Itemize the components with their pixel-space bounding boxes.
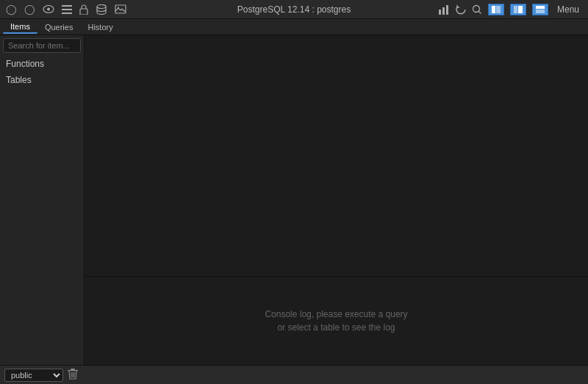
svg-rect-2 <box>62 5 72 7</box>
layout-btn-left[interactable] <box>488 4 504 15</box>
svg-rect-13 <box>492 6 495 13</box>
svg-point-12 <box>473 5 479 12</box>
content-area: Console log, please execute a query or s… <box>85 35 588 365</box>
tab-history[interactable]: History <box>80 21 120 33</box>
refresh-icon[interactable] <box>456 4 466 15</box>
back-icon[interactable]: ◯ <box>6 4 17 15</box>
main-layout: Functions Tables Console log, please exe… <box>0 35 588 365</box>
svg-rect-4 <box>62 12 72 14</box>
svg-rect-3 <box>62 9 72 10</box>
svg-rect-20 <box>71 369 75 370</box>
schema-select[interactable]: public pg_catalog information_schema <box>4 369 63 382</box>
svg-point-6 <box>97 4 106 8</box>
svg-rect-9 <box>439 10 441 15</box>
svg-rect-5 <box>80 9 87 15</box>
toolbar: ◯ ◯ PostgreSQL 12.14 : postgres <box>0 0 588 19</box>
svg-rect-18 <box>536 10 545 13</box>
console-line1: Console log, please execute a query <box>265 309 407 319</box>
forward-icon[interactable]: ◯ <box>24 4 35 15</box>
image-icon[interactable] <box>115 4 126 14</box>
lock-icon[interactable] <box>79 4 88 15</box>
db-icon[interactable] <box>96 4 107 15</box>
console-line2: or select a table to see the log <box>277 322 395 333</box>
search-input[interactable] <box>3 38 81 53</box>
toolbar-left: ◯ ◯ <box>6 4 126 15</box>
layout-btn-right[interactable] <box>532 4 548 15</box>
trash-icon[interactable] <box>68 368 78 382</box>
tab-items[interactable]: Items <box>3 21 37 34</box>
sidebar: Functions Tables <box>0 35 85 365</box>
svg-rect-16 <box>518 6 523 13</box>
sidebar-item-tables[interactable]: Tables <box>0 72 84 88</box>
layout-btn-mid[interactable] <box>510 4 526 15</box>
toolbar-title: PostgreSQL 12.14 : postgres <box>237 4 351 15</box>
svg-point-1 <box>47 8 50 11</box>
tab-bar: Items Queries History <box>0 19 588 35</box>
eye-icon[interactable] <box>43 5 54 13</box>
console-area: Console log, please execute a query or s… <box>85 277 588 365</box>
list-icon[interactable] <box>62 5 72 14</box>
search-icon[interactable] <box>472 4 482 15</box>
query-editor[interactable] <box>85 35 588 277</box>
menu-button[interactable]: Menu <box>554 3 582 16</box>
svg-point-8 <box>118 7 119 9</box>
chart-icon[interactable] <box>438 4 450 15</box>
svg-rect-10 <box>442 7 445 15</box>
svg-rect-11 <box>446 5 448 15</box>
toolbar-right: Menu <box>438 3 582 16</box>
tab-queries[interactable]: Queries <box>37 21 81 33</box>
svg-rect-15 <box>514 6 517 13</box>
bottom-bar: public pg_catalog information_schema <box>0 365 588 384</box>
svg-rect-17 <box>536 6 545 9</box>
sidebar-item-functions[interactable]: Functions <box>0 56 84 72</box>
svg-rect-14 <box>496 6 501 13</box>
